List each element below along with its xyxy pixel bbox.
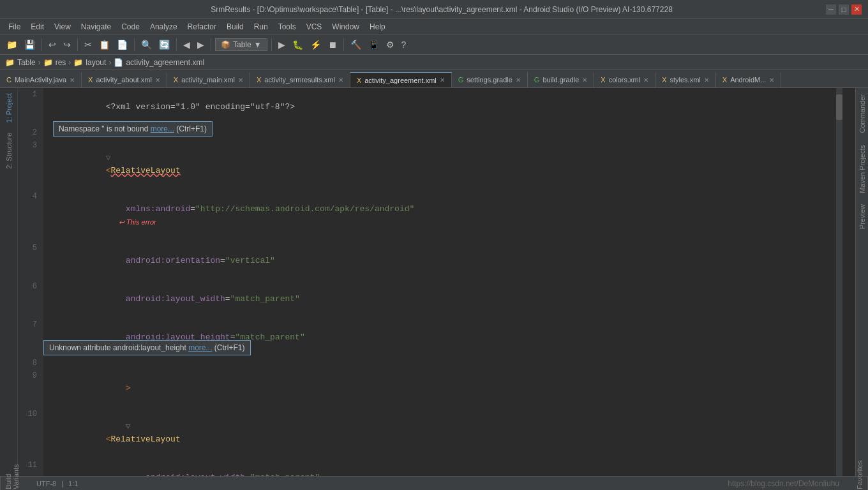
build-variants-tab[interactable]: Build Variants bbox=[0, 477, 24, 491]
tab-close-build[interactable]: ✕ bbox=[582, 77, 587, 84]
line-content-1: <?xml version="1.0" encoding="utf-8"?> bbox=[43, 88, 855, 126]
close-button[interactable]: ✕ bbox=[851, 4, 862, 15]
fold-btn-10[interactable]: ▽ bbox=[126, 420, 133, 433]
sidebar-commander-tab[interactable]: Commander bbox=[857, 89, 867, 138]
toolbar-undo-button[interactable]: ↩ bbox=[46, 38, 59, 51]
line-num-7: 7 bbox=[18, 318, 43, 357]
breadcrumb-table[interactable]: 📁 Table bbox=[5, 58, 36, 67]
url-watermark: https://blog.csdn.net/DeMonliuhu bbox=[721, 479, 846, 488]
line-num-4: 4 bbox=[18, 190, 43, 242]
tab-androidm[interactable]: X AndroidM... ✕ bbox=[716, 72, 782, 87]
toolbar-copy-button[interactable]: 📋 bbox=[96, 38, 112, 51]
toolbar-stop-button[interactable]: ⏹ bbox=[326, 38, 340, 51]
tab-close-actmain[interactable]: ✕ bbox=[238, 77, 243, 84]
tab-close-settings[interactable]: ✕ bbox=[516, 77, 521, 84]
xml-decl: <?xml version="1.0" encoding="utf-8"?> bbox=[106, 102, 295, 112]
line-num-9: 9 bbox=[18, 369, 43, 408]
toolbar-separator-5 bbox=[211, 38, 211, 51]
line-content-5: android:orientation="vertical" bbox=[43, 242, 855, 280]
menu-tools[interactable]: Tools bbox=[273, 21, 301, 33]
unknown-attr-more-link[interactable]: more... bbox=[188, 343, 212, 352]
breadcrumb-file[interactable]: 📄 activity_agreement.xml bbox=[114, 58, 204, 67]
tab-activity-about[interactable]: X activity_about.xml ✕ bbox=[82, 72, 167, 87]
code-editor[interactable]: 1 <?xml version="1.0" encoding="utf-8"?>… bbox=[18, 88, 855, 476]
tab-styles-xml[interactable]: X styles.xml ✕ bbox=[655, 72, 716, 87]
tab-colors-xml[interactable]: X colors.xml ✕ bbox=[594, 72, 655, 87]
tab-activity-main[interactable]: X activity_main.xml ✕ bbox=[167, 72, 250, 87]
menu-edit[interactable]: Edit bbox=[26, 21, 49, 33]
tab-build-gradle[interactable]: G build.gradle ✕ bbox=[528, 72, 594, 87]
favorites-tab[interactable]: Favorites bbox=[852, 477, 868, 491]
toolbar-cut-button[interactable]: ✂ bbox=[82, 38, 94, 51]
toolbar-run-button[interactable]: ▶ bbox=[276, 38, 288, 51]
line-num-10: 10 bbox=[18, 408, 43, 459]
table-label: Table bbox=[233, 40, 251, 49]
menu-analyze[interactable]: Analyze bbox=[145, 21, 183, 33]
menu-refactor[interactable]: Refactor bbox=[183, 21, 221, 33]
menu-file[interactable]: File bbox=[3, 21, 26, 33]
toolbar-back-button[interactable]: ◀ bbox=[181, 38, 193, 51]
tab-close-styles[interactable]: ✕ bbox=[704, 77, 709, 84]
toolbar-separator-7 bbox=[343, 38, 344, 51]
left-sidebar: 1: Project 2: Structure bbox=[0, 88, 18, 476]
menu-build[interactable]: Build bbox=[221, 21, 249, 33]
tab-mainactivity[interactable]: C MainActivity.java ✕ bbox=[0, 72, 82, 87]
code-line-6: 6 android:layout_width="match_parent" bbox=[18, 280, 855, 318]
toolbar-sdk-button[interactable]: ⚙ bbox=[384, 38, 397, 51]
scroll-thumb[interactable] bbox=[836, 94, 842, 120]
restore-button[interactable]: □ bbox=[839, 4, 849, 15]
namespace-more-link[interactable]: more... bbox=[151, 124, 174, 133]
toolbar-forward-button[interactable]: ▶ bbox=[195, 38, 207, 51]
breadcrumb-layout-label: layout bbox=[86, 58, 106, 67]
tab-label-agreement: activity_agreement.xml bbox=[364, 77, 437, 84]
tab-activity-srmresults[interactable]: X activity_srmresults.xml ✕ bbox=[250, 72, 350, 87]
tab-activity-agreement[interactable]: X activity_agreement.xml ✕ bbox=[350, 72, 452, 87]
menu-run[interactable]: Run bbox=[249, 21, 273, 33]
line-content-8 bbox=[43, 357, 855, 369]
sidebar-project-tab[interactable]: 1: Project bbox=[3, 88, 15, 128]
menu-help[interactable]: Help bbox=[364, 21, 391, 33]
fold-btn-3[interactable]: ▽ bbox=[106, 152, 114, 165]
sidebar-structure-tab[interactable]: 2: Structure bbox=[3, 128, 15, 174]
breadcrumb-layout[interactable]: 📁 layout bbox=[73, 58, 106, 67]
toolbar-separator-3 bbox=[134, 38, 135, 51]
equals-4: = bbox=[190, 204, 195, 214]
sidebar-maven-tab[interactable]: Maven Projects bbox=[857, 140, 867, 198]
tab-close-main[interactable]: ✕ bbox=[70, 77, 75, 84]
tab-close-colors[interactable]: ✕ bbox=[643, 77, 648, 84]
toolbar-redo-button[interactable]: ↪ bbox=[61, 38, 73, 51]
tab-label-main: MainActivity.java bbox=[15, 76, 66, 84]
breadcrumb-res[interactable]: 📁 res bbox=[43, 58, 66, 67]
attr-xmlns: xmlns:android bbox=[126, 204, 190, 214]
unknown-attr-error-tooltip: Unknown attribute android:layout_height … bbox=[43, 340, 251, 355]
tab-icon-srm: X bbox=[257, 76, 261, 84]
tag-name-3: RelativeLayout bbox=[110, 166, 180, 175]
menu-window[interactable]: Window bbox=[327, 21, 364, 33]
toolbar-search-button[interactable]: 🔍 bbox=[138, 38, 154, 51]
window-controls: ─ □ ✕ bbox=[826, 4, 862, 15]
tab-close-about[interactable]: ✕ bbox=[155, 77, 160, 84]
tab-settings-gradle[interactable]: G settings.gradle ✕ bbox=[452, 72, 528, 87]
toolbar-profile-button[interactable]: ⚡ bbox=[308, 38, 324, 51]
menu-vcs[interactable]: VCS bbox=[301, 21, 327, 33]
menu-navigate[interactable]: Navigate bbox=[76, 21, 116, 33]
toolbar-avd-button[interactable]: 📱 bbox=[366, 38, 382, 51]
toolbar-gradle-button[interactable]: 🔨 bbox=[348, 38, 364, 51]
tab-close-androidm[interactable]: ✕ bbox=[769, 77, 774, 84]
toolbar-debug-button[interactable]: 🐛 bbox=[290, 38, 306, 51]
menu-view[interactable]: View bbox=[49, 21, 76, 33]
minimize-button[interactable]: ─ bbox=[826, 4, 836, 15]
vertical-scrollbar[interactable] bbox=[836, 88, 842, 476]
toolbar-open-button[interactable]: 📁 bbox=[4, 38, 20, 51]
toolbar-paste-button[interactable]: 📄 bbox=[114, 38, 130, 51]
sidebar-preview-tab[interactable]: Preview bbox=[857, 199, 867, 234]
tab-close-agreement[interactable]: ✕ bbox=[440, 77, 445, 84]
toolbar-replace-button[interactable]: 🔄 bbox=[156, 38, 172, 51]
toolbar-help-button[interactable]: ? bbox=[399, 38, 409, 51]
tab-icon-actmain: X bbox=[174, 76, 178, 84]
toolbar-table-button[interactable]: 📦 Table ▼ bbox=[215, 38, 267, 51]
toolbar-save-button[interactable]: 💾 bbox=[22, 38, 38, 51]
code-line-1: 1 <?xml version="1.0" encoding="utf-8"?> bbox=[18, 88, 855, 126]
menu-code[interactable]: Code bbox=[116, 21, 145, 33]
tab-close-srm[interactable]: ✕ bbox=[338, 77, 343, 84]
